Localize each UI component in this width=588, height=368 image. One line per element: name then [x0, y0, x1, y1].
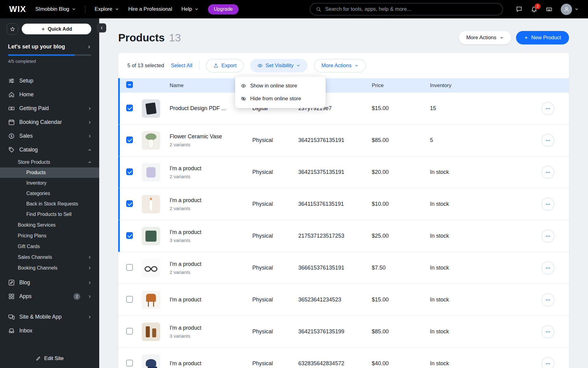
- chevron-right-icon: [88, 106, 92, 111]
- sidebar-item-booking-services[interactable]: Booking Services: [0, 220, 99, 230]
- sidebar-item-back-in-stock-requests[interactable]: Back in Stock Requests: [0, 199, 99, 209]
- table-row[interactable]: I'm a product Physical 36523641234523 $1…: [118, 284, 569, 316]
- account-menu[interactable]: [561, 4, 579, 15]
- sidebar-item-booking-calendar[interactable]: Booking Calendar: [0, 115, 99, 129]
- row-checkbox[interactable]: [126, 360, 133, 366]
- row-actions-button[interactable]: [541, 166, 554, 179]
- export-button[interactable]: Export: [206, 59, 243, 72]
- nav-hire-a-professional[interactable]: Hire a Professional: [128, 6, 172, 12]
- row-checkbox[interactable]: [126, 232, 133, 239]
- row-checkbox[interactable]: [126, 136, 133, 143]
- sidebar-item-apps[interactable]: Apps 2: [0, 289, 99, 303]
- sidebar-item-sales-channels[interactable]: Sales Channels: [0, 252, 99, 263]
- edit-site-button[interactable]: Edit Site: [0, 349, 99, 368]
- keyboard-icon[interactable]: [546, 6, 552, 13]
- plus-icon: [524, 36, 528, 40]
- select-all-checkbox[interactable]: [126, 81, 133, 88]
- sidebar-item-store-products[interactable]: Store Products: [0, 157, 99, 167]
- table-row[interactable]: I'm a product2 variants Physical 3666153…: [118, 252, 569, 284]
- sidebar-item-sales[interactable]: $ Sales: [0, 129, 99, 143]
- eye-icon: [241, 83, 246, 89]
- sidebar-item-inbox[interactable]: Inbox: [0, 324, 99, 338]
- menu-item-show-in-online-store[interactable]: Show in online store: [235, 79, 326, 92]
- table-row[interactable]: I'm a product2 variants Physical 3641153…: [118, 188, 569, 220]
- sidebar-item-gift-cards[interactable]: Gift Cards: [0, 241, 99, 252]
- select-all-link[interactable]: Select All: [171, 63, 192, 69]
- row-actions-button[interactable]: [541, 102, 554, 115]
- table-row[interactable]: I'm a product2 variants Physical 3642153…: [118, 156, 569, 188]
- sidebar-item-blog[interactable]: Blog: [0, 276, 99, 289]
- sidebar-item-categories[interactable]: Categories: [0, 188, 99, 199]
- row-actions-button[interactable]: [541, 198, 554, 211]
- chevron-right-icon: [87, 45, 91, 49]
- collapse-sidebar-button[interactable]: [97, 23, 106, 33]
- table-toolbar: 5 of 13 selected Select All Export Set V…: [118, 53, 569, 78]
- row-checkbox[interactable]: [126, 264, 133, 271]
- sidebar-item-site-mobile-app[interactable]: Site & Mobile App: [0, 310, 99, 324]
- sidebar-item-find-products-to-sell[interactable]: Find Products to Sell: [0, 209, 99, 220]
- table-row[interactable]: I'm a product3 variants Physical 3642153…: [118, 316, 569, 348]
- new-product-button[interactable]: New Product: [516, 31, 569, 44]
- notifications-bell-icon[interactable]: 2: [531, 6, 537, 13]
- avatar: [561, 4, 572, 15]
- row-actions-button[interactable]: [541, 325, 554, 338]
- nav-explore[interactable]: Explore: [95, 6, 119, 12]
- site-menu-button[interactable]: SImobbin Blog: [36, 6, 76, 12]
- chat-icon[interactable]: [516, 6, 522, 13]
- setup-icon: [8, 77, 15, 84]
- chevron-right-icon: [88, 281, 92, 285]
- sidebar-item-booking-channels[interactable]: Booking Channels: [0, 263, 99, 273]
- more-actions-button[interactable]: More Actions: [459, 31, 511, 44]
- visibility-dropdown-menu: Show in online store Hide from online st…: [235, 77, 326, 108]
- upgrade-button[interactable]: Upgrade: [208, 4, 238, 14]
- chevron-right-icon: [88, 294, 92, 299]
- setup-progress-card[interactable]: Let's set up your blog 4/5 completed: [0, 35, 99, 64]
- star-icon: [10, 26, 15, 32]
- product-image: [142, 99, 160, 118]
- row-checkbox[interactable]: [126, 328, 133, 335]
- nav-help[interactable]: Help: [181, 6, 199, 12]
- row-actions-button[interactable]: [541, 293, 554, 306]
- row-checkbox[interactable]: [126, 200, 133, 207]
- topbar-divider: [85, 5, 85, 13]
- ellipsis-icon: [545, 329, 551, 335]
- sidebar-item-setup[interactable]: Setup: [0, 74, 99, 88]
- chevron-down-icon: [499, 36, 504, 40]
- search-input[interactable]: [325, 6, 497, 13]
- wix-logo[interactable]: WIX: [9, 5, 26, 14]
- table-row[interactable]: Flower Ceramic Vase2 variants Physical 3…: [118, 125, 569, 156]
- getting-paid-icon: [8, 105, 15, 112]
- setup-progress-label: 4/5 completed: [8, 59, 91, 64]
- row-actions-button[interactable]: [541, 134, 554, 147]
- page-header: Products 13 More Actions New Product: [118, 31, 569, 45]
- global-search[interactable]: [310, 3, 503, 15]
- product-image: [142, 259, 160, 277]
- sidebar-item-catalog[interactable]: Catalog: [0, 143, 99, 157]
- sidebar-item-inventory[interactable]: Inventory: [0, 178, 99, 188]
- quick-add-button[interactable]: Quick Add: [22, 24, 91, 34]
- toolbar-more-actions-button[interactable]: More Actions: [314, 59, 365, 72]
- notification-badge: 2: [535, 3, 541, 9]
- chevron-left-icon: [100, 26, 104, 30]
- row-checkbox[interactable]: [126, 105, 133, 111]
- sidebar-item-products[interactable]: Products: [0, 167, 99, 178]
- product-image: [142, 195, 160, 213]
- row-checkbox[interactable]: [126, 296, 133, 303]
- sidebar-item-getting-paid[interactable]: Getting Paid: [0, 102, 99, 115]
- row-actions-button[interactable]: [541, 230, 554, 243]
- product-image: [142, 323, 160, 341]
- sidebar-item-home[interactable]: Home: [0, 88, 99, 102]
- chevron-down-icon: [575, 7, 579, 11]
- table-row[interactable]: I'm a product3 variants Physical 2175371…: [118, 220, 569, 252]
- sidebar-item-pricing-plans[interactable]: Pricing Plans: [0, 230, 99, 241]
- row-actions-button[interactable]: [541, 262, 554, 274]
- eye-icon: [257, 63, 263, 68]
- table-row[interactable]: Product Design PDF ... Digital 237y79219…: [118, 93, 569, 125]
- table-row[interactable]: I'm a product Physical 632835642834572 $…: [118, 348, 569, 368]
- set-visibility-button[interactable]: Set Visibility: [250, 59, 307, 72]
- wix-dashboard: WIX SImobbin Blog Explore Hire a Profess…: [0, 0, 588, 368]
- row-checkbox[interactable]: [126, 168, 133, 175]
- favorites-button[interactable]: [7, 23, 18, 35]
- menu-item-hide-from-online-store[interactable]: Hide from online store: [235, 92, 326, 105]
- row-actions-button[interactable]: [541, 357, 554, 368]
